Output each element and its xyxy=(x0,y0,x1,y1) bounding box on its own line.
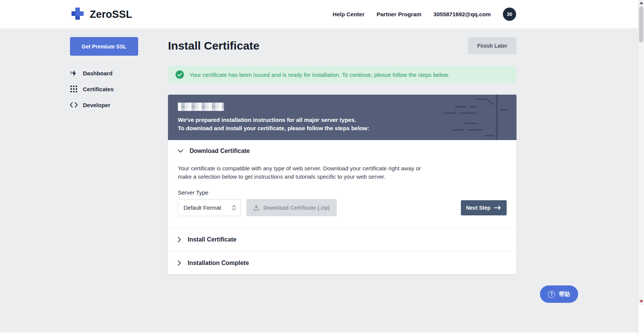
question-mark-icon xyxy=(548,291,555,298)
accordion-installation-complete[interactable]: Installation Complete xyxy=(168,251,516,274)
get-premium-ssl-button[interactable]: Get Premium SSL xyxy=(70,37,138,56)
download-step-body: Your certificate is compatible with any … xyxy=(168,164,516,227)
top-header: ZeroSSL Help Center Partner Program 3055… xyxy=(0,0,644,28)
sidebar-item-label: Developer xyxy=(83,102,110,108)
finish-later-button[interactable]: Finish Later xyxy=(468,37,516,54)
sidebar-item-developer[interactable]: Developer xyxy=(70,97,138,113)
partner-program-link[interactable]: Partner Program xyxy=(376,11,421,17)
dashboard-lightning-icon xyxy=(70,70,78,77)
help-button-label: 帮助 xyxy=(559,291,570,298)
sidebar-item-certificates[interactable]: Certificates xyxy=(70,81,138,97)
accordion-title: Installation Complete xyxy=(188,260,249,266)
account-count-badge[interactable]: 30 xyxy=(503,8,516,21)
sidebar-item-label: Dashboard xyxy=(83,70,112,76)
server-type-value: Default Format xyxy=(184,204,221,211)
download-icon xyxy=(253,205,260,211)
accordion-title: Install Certificate xyxy=(188,236,236,243)
help-center-link[interactable]: Help Center xyxy=(333,11,364,17)
chevron-right-icon xyxy=(178,237,181,242)
redacted-domain xyxy=(178,103,224,111)
help-button[interactable]: 帮助 xyxy=(540,285,578,303)
page-title: Install Certificate xyxy=(168,37,260,54)
scrollbar-thumb[interactable] xyxy=(639,6,643,42)
server-type-select[interactable]: Default Format xyxy=(178,199,241,216)
zerossl-app: ZeroSSL Help Center Partner Program 3055… xyxy=(0,0,644,335)
scroll-down-arrow-icon[interactable] xyxy=(639,300,643,303)
zerossl-logo[interactable]: ZeroSSL xyxy=(70,6,132,23)
accordion-install-certificate[interactable]: Install Certificate xyxy=(168,227,516,251)
accordion-download-certificate[interactable]: Download Certificate xyxy=(168,140,516,162)
chevron-right-icon xyxy=(178,260,181,266)
check-circle-icon xyxy=(176,70,184,79)
account-email[interactable]: 3055871692@qq.com xyxy=(434,11,491,17)
sidebar-item-label: Certificates xyxy=(83,86,114,92)
sidebar: Get Premium SSL Dashboard xyxy=(70,37,138,113)
success-message: Your certificate has been issued and is … xyxy=(190,72,449,78)
arrow-right-icon xyxy=(494,206,501,210)
vertical-scrollbar[interactable] xyxy=(638,0,644,335)
zerossl-plus-icon xyxy=(70,6,85,23)
next-step-button[interactable]: Next Step xyxy=(461,200,507,215)
download-controls: Default Format xyxy=(178,199,507,216)
window-bottom-edge xyxy=(0,332,638,335)
main-content: Install Certificate Finish Later Your ce… xyxy=(168,37,516,274)
title-row: Install Certificate Finish Later xyxy=(168,37,516,55)
server-type-label: Server Type xyxy=(178,189,507,196)
select-chevrons-icon xyxy=(232,205,236,211)
chevron-down-icon xyxy=(178,150,183,153)
sidebar-nav: Dashboard Certificates D xyxy=(70,65,138,113)
certificates-grid-icon xyxy=(70,86,78,92)
download-certificate-button[interactable]: Download Certificate (.zip) xyxy=(246,199,337,216)
scrollbar-corner xyxy=(638,305,644,335)
download-button-label: Download Certificate (.zip) xyxy=(263,205,330,211)
circuit-decoration xyxy=(433,95,513,140)
success-banner: Your certificate has been issued and is … xyxy=(168,66,516,83)
install-card: We've prepared installation instructions… xyxy=(168,95,516,274)
sidebar-item-dashboard[interactable]: Dashboard xyxy=(70,65,138,81)
accordion-title: Download Certificate xyxy=(190,148,250,154)
brand-name: ZeroSSL xyxy=(90,9,132,20)
scroll-up-arrow-icon[interactable] xyxy=(639,2,643,4)
next-step-label: Next Step xyxy=(466,205,491,211)
card-hero: We've prepared installation instructions… xyxy=(168,95,516,140)
header-nav: Help Center Partner Program 3055871692@q… xyxy=(333,0,516,28)
developer-code-icon xyxy=(70,102,78,108)
download-description: Your certificate is compatible with any … xyxy=(178,164,427,181)
